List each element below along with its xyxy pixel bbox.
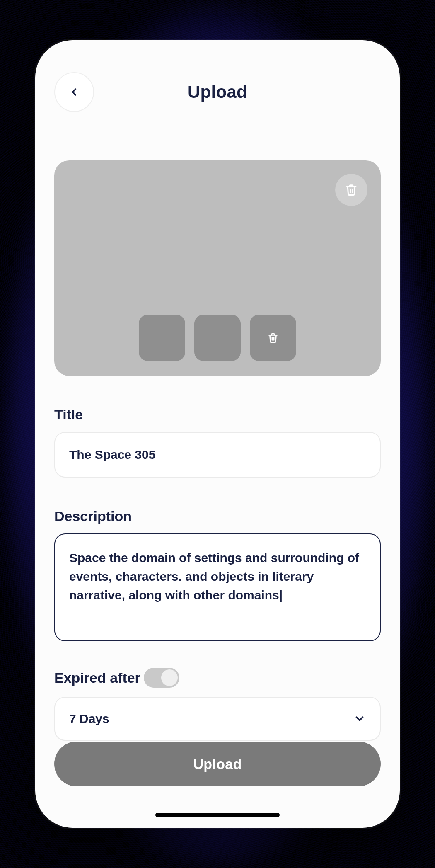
thumbnail-strip [139,315,296,361]
phone-frame: Upload [35,40,400,828]
expired-toggle[interactable] [144,668,179,688]
page-title: Upload [188,82,247,102]
expired-select[interactable]: 7 Days [54,697,381,741]
title-input[interactable] [54,432,381,478]
delete-preview-button[interactable] [335,174,367,206]
back-button[interactable] [54,72,94,112]
media-preview [54,160,381,376]
thumbnail[interactable] [250,315,296,361]
description-textarea[interactable] [54,533,381,641]
chevron-left-icon [68,86,80,98]
thumbnail[interactable] [194,315,241,361]
chevron-down-icon [353,713,366,725]
thumbnail[interactable] [139,315,185,361]
header: Upload [54,48,381,136]
toggle-knob [161,669,178,686]
trash-icon [345,184,358,196]
upload-button[interactable]: Upload [54,742,381,786]
home-indicator [155,813,280,817]
trash-icon [268,332,278,343]
upload-button-label: Upload [193,756,242,772]
description-label: Description [54,508,381,524]
title-label: Title [54,407,381,423]
expired-label: Expired after [54,670,140,686]
expired-value: 7 Days [69,712,109,726]
